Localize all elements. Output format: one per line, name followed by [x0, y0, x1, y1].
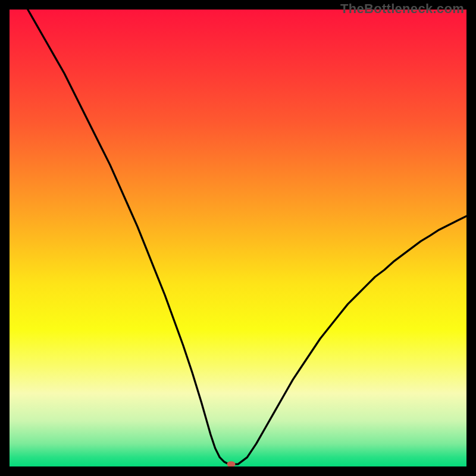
chart-background	[10, 10, 466, 466]
watermark-text: TheBottleneck.com	[340, 1, 464, 17]
bottleneck-chart	[10, 10, 466, 466]
chart-frame	[10, 10, 466, 466]
